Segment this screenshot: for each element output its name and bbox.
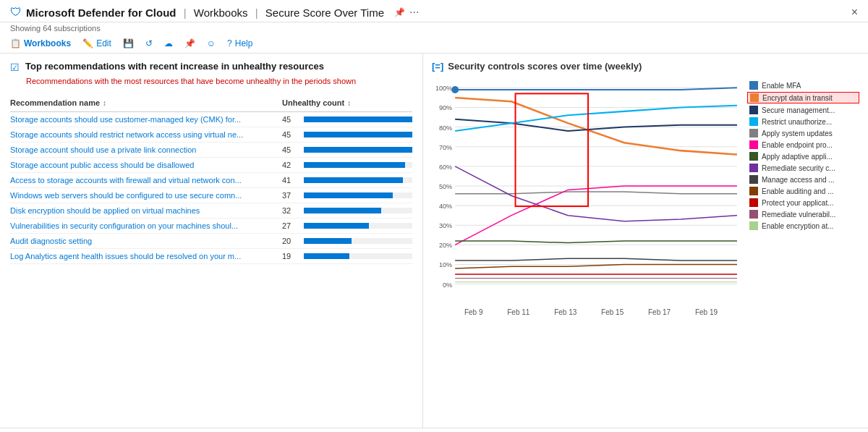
legend-label-enable_endpoint: Enable endpoint pro... — [762, 141, 833, 149]
col-count-sort[interactable]: ↕ — [347, 99, 351, 107]
row-bar-3 — [304, 162, 405, 168]
workbooks-button[interactable]: 📋 Workbooks — [10, 38, 71, 48]
save-button[interactable]: 💾 — [123, 38, 134, 48]
chart-lines — [451, 86, 737, 282]
svg-text:40%: 40% — [439, 203, 452, 210]
pin-button[interactable]: 📌 — [184, 38, 195, 48]
legend-item-remediate_vuln[interactable]: Remediate vulnerabil... — [747, 209, 859, 219]
row-count-cell-5: 37 — [282, 191, 412, 200]
toolbar: 📋 Workbooks ✏️ Edit 💾 ↺ ☁ 📌 ☺ ? Help — [0, 34, 868, 54]
col-name-sort[interactable]: ↕ — [103, 99, 106, 107]
main-content: ☑ Top recommendations with recent increa… — [0, 54, 868, 428]
row-count-cell-0: 45 — [282, 115, 412, 124]
row-bar-8 — [304, 238, 352, 244]
pin-header-icon[interactable]: 📌 — [394, 7, 405, 17]
col-count-label: Unhealthy count — [282, 98, 344, 107]
legend-label-apply_updates: Apply system updates — [762, 130, 833, 137]
table-row: Vulnerabilities in security configuratio… — [10, 219, 412, 234]
legend-item-secure_mgmt[interactable]: Secure management... — [747, 105, 859, 115]
help-icon: ? — [227, 38, 232, 48]
row-name-8[interactable]: Audit diagnostic setting — [10, 237, 282, 245]
legend-item-remediate_sec[interactable]: Remediate security c... — [747, 163, 859, 173]
legend-label-protect_app: Protect your applicat... — [762, 199, 834, 207]
chart-grid: 100%90%80%70%60%50%40%30%20%10%0% — [435, 85, 737, 288]
legend-color-encrypt_transit — [750, 93, 759, 102]
row-name-5[interactable]: Windows web servers should be configured… — [10, 191, 282, 200]
desc-part1: Recommendations with the most resources … — [26, 77, 246, 85]
legend-label-restrict_unauth: Restrict unauthorize... — [762, 118, 832, 126]
more-header-icon[interactable]: ··· — [409, 6, 419, 19]
legend-item-apply_adaptive[interactable]: Apply adaptive appli... — [747, 151, 859, 161]
row-name-7[interactable]: Vulnerabilities in security configuratio… — [10, 221, 282, 230]
legend-item-encrypt_transit[interactable]: Encrypt data in transit — [747, 92, 859, 103]
row-name-4[interactable]: Access to storage accounts with firewall… — [10, 176, 282, 185]
row-count-cell-6: 32 — [282, 206, 412, 215]
legend-label-secure_mgmt: Secure management... — [762, 106, 835, 114]
table-row: Audit diagnostic setting 20 — [10, 234, 412, 249]
x-label-5: Feb 17 — [648, 308, 671, 316]
row-bar-0 — [304, 117, 412, 122]
pin-icon: 📌 — [184, 38, 195, 48]
workbooks-icon: 📋 — [10, 38, 21, 48]
col-count-header[interactable]: Unhealthy count ↕ — [282, 98, 412, 107]
row-count-cell-9: 19 — [282, 252, 412, 261]
section-title: Top recommendations with recent increase… — [25, 61, 324, 72]
legend-color-enable_auditing — [749, 187, 758, 195]
help-button[interactable]: ? Help — [227, 38, 252, 48]
section-header: ☑ Top recommendations with recent increa… — [10, 61, 412, 73]
cloud-button[interactable]: ☁ — [164, 38, 173, 48]
table-row: Storage accounts should use customer-man… — [10, 112, 412, 127]
legend-item-restrict_unauth[interactable]: Restrict unauthorize... — [747, 117, 859, 127]
legend-item-enable_endpoint[interactable]: Enable endpoint pro... — [747, 140, 859, 150]
svg-text:100%: 100% — [435, 85, 452, 92]
table-row: Windows web servers should be configured… — [10, 188, 412, 203]
legend-item-manage_access[interactable]: Manage access and ... — [747, 174, 859, 185]
legend-color-manage_access — [749, 175, 758, 184]
legend-label-enable_auditing: Enable auditing and ... — [762, 187, 834, 195]
row-count-cell-7: 27 — [282, 221, 412, 230]
row-bar-container-9 — [304, 253, 412, 259]
row-name-6[interactable]: Disk encryption should be applied on vir… — [10, 206, 282, 215]
table-body: Storage accounts should use customer-man… — [10, 112, 412, 264]
legend-item-protect_app[interactable]: Protect your applicat... — [747, 198, 859, 208]
row-bar-container-7 — [304, 223, 412, 229]
bottom-metrics: Enable MFA (Last) 100 % Encrypt data in … — [0, 428, 868, 432]
row-name-9[interactable]: Log Analytics agent health issues should… — [10, 252, 282, 261]
row-name-1[interactable]: Storage accounts should restrict network… — [10, 130, 282, 139]
legend-item-enable_mfa[interactable]: Enable MFA — [747, 80, 859, 90]
edit-button[interactable]: ✏️ Edit — [82, 38, 111, 48]
row-name-2[interactable]: Storage account should use a private lin… — [10, 145, 282, 154]
app-title-main: Microsoft Defender for Cloud — [26, 7, 176, 19]
close-button[interactable]: × — [851, 6, 858, 19]
row-count-cell-1: 45 — [282, 130, 412, 139]
row-bar-6 — [304, 208, 381, 213]
table-row: Storage accounts should restrict network… — [10, 127, 412, 143]
row-bar-container-5 — [304, 192, 412, 198]
desc-part2: in the periods shown — [281, 77, 356, 85]
left-panel: ☑ Top recommendations with recent increa… — [0, 54, 423, 428]
legend-label-remediate_vuln: Remediate vulnerabil... — [762, 211, 835, 219]
x-label-3: Feb 13 — [554, 308, 576, 316]
row-count-6: 32 — [282, 206, 299, 215]
refresh-button[interactable]: ↺ — [145, 38, 153, 48]
row-bar-1 — [304, 132, 412, 137]
legend-item-enable_auditing[interactable]: Enable auditing and ... — [747, 186, 859, 196]
legend-label-apply_adaptive: Apply adaptive appli... — [762, 153, 833, 161]
x-label-6: Feb 19 — [695, 308, 718, 316]
svg-text:70%: 70% — [439, 144, 452, 151]
row-name-3[interactable]: Storage account public access should be … — [10, 161, 282, 169]
row-count-cell-4: 41 — [282, 176, 412, 185]
refresh-icon: ↺ — [145, 38, 153, 48]
table-row: Storage account should use a private lin… — [10, 143, 412, 158]
x-label-1: Feb 9 — [464, 308, 483, 316]
row-count-2: 45 — [282, 145, 299, 154]
svg-text:50%: 50% — [439, 183, 452, 190]
legend-item-apply_updates[interactable]: Apply system updates — [747, 128, 859, 138]
section-desc: Recommendations with the most resources … — [26, 76, 412, 87]
feedback-button[interactable]: ☺ — [207, 38, 216, 48]
row-name-0[interactable]: Storage accounts should use customer-man… — [10, 115, 282, 124]
col-name-header[interactable]: Recommendation name ↕ — [10, 98, 282, 107]
defender-icon: 🛡 — [10, 6, 22, 19]
legend-item-enable_encrypt[interactable]: Enable encryption at... — [747, 221, 859, 231]
row-count-7: 27 — [282, 221, 299, 230]
